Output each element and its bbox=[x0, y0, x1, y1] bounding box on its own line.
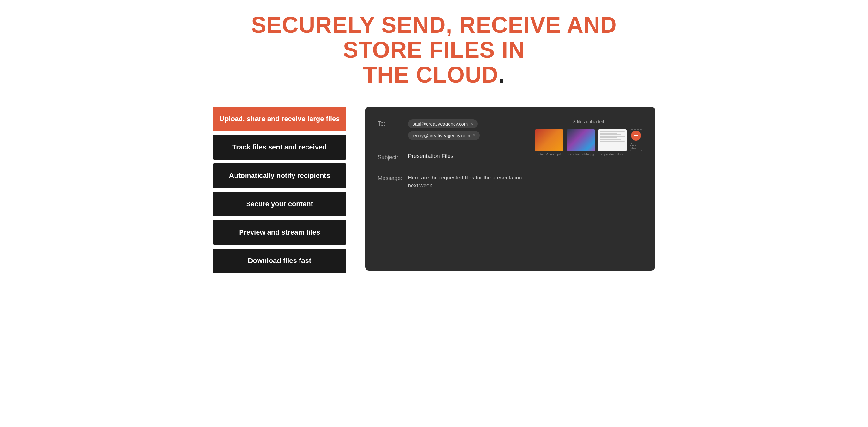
right-panel: To: paul@creativeagency.com×jenny@creati… bbox=[365, 107, 655, 271]
message-value: Here are the requested files for the pre… bbox=[408, 175, 522, 189]
feature-btn-secure[interactable]: Secure your content bbox=[213, 192, 346, 216]
file-thumb: copy_deck.docx bbox=[598, 129, 626, 156]
hero-title-line1: SECURELY SEND, RECEIVE AND STORE FILES I… bbox=[251, 12, 617, 62]
add-files-plus-icon: + bbox=[631, 131, 641, 141]
files-grid: Intro_Video.mp4transition_slide.jpgcopy_… bbox=[535, 129, 642, 156]
to-label: To: bbox=[378, 119, 403, 127]
hero-title-period: . bbox=[498, 62, 505, 87]
file-thumb-image bbox=[566, 129, 595, 152]
file-thumb: Intro_Video.mp4 bbox=[535, 129, 563, 156]
subject-label: Subject: bbox=[378, 153, 403, 161]
file-thumb-name: copy_deck.docx bbox=[601, 153, 624, 156]
file-thumb-image bbox=[598, 129, 626, 152]
email-tag-text: jenny@creativeagency.com bbox=[412, 133, 470, 138]
files-uploaded-label: 3 files uploaded bbox=[535, 119, 642, 124]
feature-btn-track[interactable]: Track files sent and received bbox=[213, 135, 346, 160]
page-wrapper: SECURELY SEND, RECEIVE AND STORE FILES I… bbox=[213, 12, 655, 273]
email-tag: jenny@creativeagency.com× bbox=[408, 131, 480, 140]
to-row: To: paul@creativeagency.com×jenny@creati… bbox=[378, 119, 526, 145]
feature-btn-download[interactable]: Download files fast bbox=[213, 249, 346, 273]
message-row: Message: Here are the requested files fo… bbox=[378, 174, 526, 195]
email-tag: paul@creativeagency.com× bbox=[408, 119, 477, 128]
hero-title-line2: THE CLOUD bbox=[363, 62, 498, 87]
subject-row: Subject: Presentation Files bbox=[378, 153, 526, 166]
email-form: To: paul@creativeagency.com×jenny@creati… bbox=[378, 119, 526, 258]
message-label: Message: bbox=[378, 174, 403, 182]
app-mockup: To: paul@creativeagency.com×jenny@creati… bbox=[365, 107, 655, 271]
email-tag-remove[interactable]: × bbox=[473, 133, 475, 138]
file-thumb-image bbox=[535, 129, 563, 152]
content-row: Upload, share and receive large filesTra… bbox=[213, 107, 655, 273]
feature-btn-preview[interactable]: Preview and stream files bbox=[213, 220, 346, 245]
email-tag-text: paul@creativeagency.com bbox=[412, 121, 468, 127]
feature-btn-upload[interactable]: Upload, share and receive large files bbox=[213, 107, 346, 131]
email-tags: paul@creativeagency.com×jenny@creativeag… bbox=[408, 119, 526, 140]
add-files-label: Add files bbox=[630, 142, 642, 150]
hero-title: SECURELY SEND, RECEIVE AND STORE FILES I… bbox=[213, 12, 655, 88]
feature-btn-notify[interactable]: Automatically notify recipients bbox=[213, 163, 346, 188]
email-tag-remove[interactable]: × bbox=[470, 121, 473, 126]
add-files-button[interactable]: +Add files bbox=[630, 129, 642, 152]
left-panel: Upload, share and receive large filesTra… bbox=[213, 107, 346, 273]
files-panel: 3 files uploaded Intro_Video.mp4transiti… bbox=[535, 119, 642, 258]
file-thumb-name: transition_slide.jpg bbox=[568, 153, 594, 156]
file-thumb-name: Intro_Video.mp4 bbox=[537, 153, 561, 156]
file-thumb: transition_slide.jpg bbox=[566, 129, 595, 156]
subject-value: Presentation Files bbox=[408, 152, 454, 159]
